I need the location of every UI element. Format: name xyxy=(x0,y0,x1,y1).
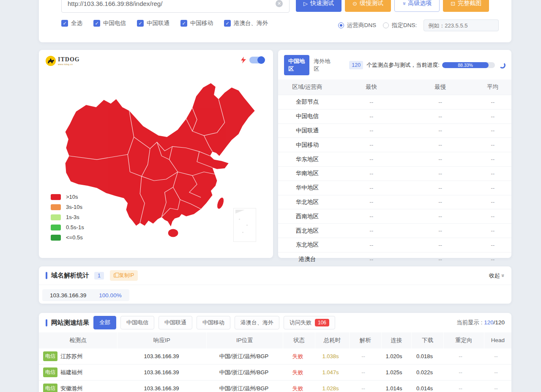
isp-checkbox[interactable]: 中国联通 xyxy=(137,19,169,27)
checkbox-label: 港澳台、海外 xyxy=(234,19,268,27)
head-time: -- xyxy=(481,385,511,392)
legend-label: 1s-3s xyxy=(66,214,79,220)
download-time: 0.014s xyxy=(409,385,440,392)
advanced-options-button[interactable]: « 高级选项 xyxy=(394,0,440,12)
region-table-row: 港澳台 -- -- -- xyxy=(278,252,511,266)
resolve-time: -- xyxy=(347,385,379,392)
region-average: -- xyxy=(474,256,511,263)
region-table-row: 中国移动 -- -- -- xyxy=(278,137,511,152)
region-average: -- xyxy=(474,113,511,120)
region-fastest: -- xyxy=(336,142,407,148)
result-filter-button[interactable]: 港澳台、海外 xyxy=(235,316,279,329)
connect-time: 1.025s xyxy=(379,369,409,376)
redirect-time: -- xyxy=(440,385,481,392)
region-fastest: -- xyxy=(336,127,407,134)
region-fastest: -- xyxy=(336,99,407,105)
quick-test-button[interactable]: ▷ 快速测试 xyxy=(296,0,342,12)
region-name: 华中地区 xyxy=(278,184,336,192)
title-accent-bar xyxy=(46,272,47,279)
region-fastest: -- xyxy=(336,213,407,219)
region-slowest: -- xyxy=(407,228,474,234)
lightning-icon xyxy=(241,57,246,63)
collapse-toggle[interactable]: 收起 » xyxy=(489,272,505,280)
region-fastest: -- xyxy=(336,242,407,248)
download-time: 0.022s xyxy=(409,369,440,376)
region-name: 华北地区 xyxy=(278,198,336,206)
region-fastest: -- xyxy=(336,156,407,162)
isp-checkbox[interactable]: 港澳台、海外 xyxy=(224,19,268,27)
region-slowest: -- xyxy=(407,99,474,105)
region-tab[interactable]: 海外地区 xyxy=(309,55,335,75)
clear-url-icon[interactable]: ✕ xyxy=(276,0,283,7)
clock-icon: ⊙ xyxy=(352,0,357,7)
region-slowest: -- xyxy=(407,113,474,120)
copy-ip-button[interactable]: 复制IP xyxy=(110,270,138,281)
filter-label: 访问失败 xyxy=(290,319,311,326)
region-name: 中国电信 xyxy=(278,112,336,120)
isp-checkbox[interactable]: 中国电信 xyxy=(93,19,126,27)
region-average: -- xyxy=(474,127,511,134)
region-tab[interactable]: 中国地区 xyxy=(284,55,309,75)
result-filter-button[interactable]: 中国电信 xyxy=(120,316,154,329)
isp-checkbox[interactable]: 全选 xyxy=(61,19,82,27)
redirect-time: -- xyxy=(440,353,481,359)
legend-item: <=0.5s xyxy=(51,234,84,241)
legend-swatch xyxy=(51,225,61,230)
legend-swatch xyxy=(51,214,61,220)
region-column-header: 最慢 xyxy=(407,83,474,91)
results-column-header: 连接 xyxy=(382,332,411,348)
isp-checkbox[interactable]: 中国移动 xyxy=(180,19,213,27)
region-table-header: 区域/运营商 最快 最慢 平均 xyxy=(278,79,511,95)
filter-label: 中国移动 xyxy=(202,319,224,326)
chevron-double-up-icon: » xyxy=(500,274,506,277)
dns-stats-panel: 域名解析统计 1 复制IP 收起 » 103.36.166.39 100.00% xyxy=(39,266,511,304)
results-column-header: 重定向 xyxy=(444,332,484,348)
legend-label: <=0.5s xyxy=(66,234,83,241)
resolved-ip: 103.36.166.39 xyxy=(50,292,86,299)
region-name: 港澳台 xyxy=(278,255,336,263)
results-column-header: 总耗时 xyxy=(315,332,349,348)
results-panel: 网站测速结果 全部 中国电信 中国联通 中国移动 xyxy=(39,313,511,392)
result-filter-button[interactable]: 全部 xyxy=(93,316,116,329)
page: ✕ ▷ 快速测试 ⊙ 缓慢测试 « 高级选项 ⊡ 完整截图 xyxy=(0,0,541,392)
custom-dns-input[interactable] xyxy=(424,19,499,31)
region-table-row: 西北地区 -- -- -- xyxy=(278,223,511,238)
radio-label: 运营商DNS xyxy=(347,22,376,29)
legend-swatch xyxy=(51,204,61,210)
legend-swatch xyxy=(51,235,61,241)
result-filter-button[interactable]: 中国联通 xyxy=(158,316,192,329)
region-name: 华南地区 xyxy=(278,170,336,177)
region-stats-panel: 中国地区 海外地区 120 个监测点参与测试，当前进度: 88.33% 区域/运… xyxy=(278,50,511,258)
region-fastest: -- xyxy=(336,113,407,120)
full-screenshot-button[interactable]: ⊡ 完整截图 xyxy=(443,0,489,12)
region-table-row: 全部节点 -- -- -- xyxy=(278,95,511,109)
redirect-time: -- xyxy=(440,369,481,376)
region-slowest: -- xyxy=(407,156,474,162)
dns-radio[interactable]: 运营商DNS xyxy=(338,22,376,29)
dns-stats-title: 域名解析统计 xyxy=(51,271,89,280)
radio-icon xyxy=(383,22,389,28)
resolved-ip-entry[interactable]: 103.36.166.39 100.00% xyxy=(42,289,129,301)
slow-test-button[interactable]: ⊙ 缓慢测试 xyxy=(345,0,391,12)
checkbox-label: 全选 xyxy=(71,19,82,27)
fail-count-badge: 106 xyxy=(315,319,329,326)
head-time: -- xyxy=(481,369,511,376)
url-input[interactable] xyxy=(61,0,290,13)
result-filter-button[interactable]: 中国移动 xyxy=(197,316,230,329)
region-average: -- xyxy=(474,99,511,105)
region-panel-header: 中国地区 海外地区 120 个监测点参与测试，当前进度: 88.33% xyxy=(278,50,511,79)
checkbox-checked-icon xyxy=(137,20,144,27)
region-name: 全部节点 xyxy=(278,98,336,106)
region-name: 中国联通 xyxy=(278,127,336,134)
copy-ip-label: 复制IP xyxy=(119,272,134,279)
download-time: 0.018s xyxy=(409,353,440,359)
dns-radio[interactable]: 指定DNS: xyxy=(383,22,417,29)
ip-location: 中国/浙江/温州/BGP xyxy=(206,353,282,360)
legend-label: >10s xyxy=(66,194,78,200)
region-average: -- xyxy=(474,185,511,191)
region-name: 中国移动 xyxy=(278,141,336,149)
region-fastest: -- xyxy=(336,185,407,191)
map-animation-toggle[interactable] xyxy=(249,57,265,63)
node-name: 江苏苏州 xyxy=(60,353,82,360)
result-filter-button[interactable]: 访问失败 106 xyxy=(284,316,335,329)
